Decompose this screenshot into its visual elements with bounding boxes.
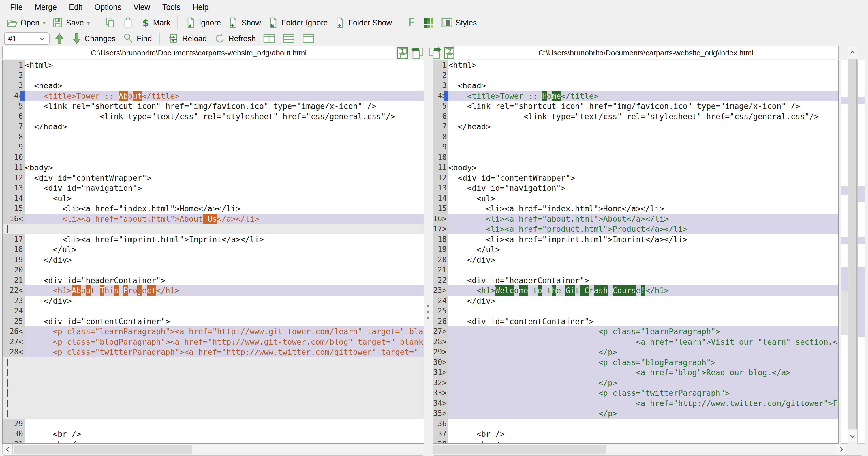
- code-line[interactable]: 8: [433, 132, 838, 142]
- code-line[interactable]: 23 </div>: [3, 296, 424, 306]
- left-code-pane[interactable]: 1<html>23 <head>4< <title>Tower :: About…: [2, 60, 424, 444]
- code-line[interactable]: 17 <li><a href="imprint.html">Imprint</a…: [3, 234, 424, 245]
- code-line[interactable]: 23> <h1>Welcome to the Git Crash Course!…: [433, 285, 838, 296]
- code-line[interactable]: 21 <div id="headerContainer">: [3, 275, 424, 286]
- layout-horizontal-split-button[interactable]: [280, 32, 297, 46]
- code-line[interactable]: 25: [433, 306, 838, 316]
- code-line[interactable]: 9: [433, 142, 838, 152]
- code-line[interactable]: 1<html>: [433, 60, 838, 70]
- code-line[interactable]: 18 <li><a href="imprint.html">Imprint</a…: [433, 234, 838, 245]
- pane-splitter[interactable]: [424, 60, 433, 444]
- code-line[interactable]: 30 <br />: [3, 429, 424, 439]
- font-button[interactable]: F: [404, 16, 418, 30]
- ghost-line[interactable]: [3, 357, 424, 368]
- previous-change-button[interactable]: [52, 31, 67, 46]
- code-line[interactable]: 5 <link rel="shortcut icon" href="img/fa…: [433, 101, 838, 111]
- code-line[interactable]: 25 <div id="contentContainer">: [3, 316, 424, 327]
- code-line[interactable]: 24 </div>: [433, 296, 838, 306]
- ghost-line[interactable]: [3, 378, 424, 388]
- folder-ignore-button[interactable]: Folder Ignore: [265, 16, 330, 30]
- code-line[interactable]: 31 <br />: [3, 439, 424, 444]
- copy-right-to-left-button[interactable]: [410, 46, 425, 60]
- menu-item-view[interactable]: View: [127, 1, 156, 13]
- code-line[interactable]: 38 <br />: [433, 439, 838, 444]
- code-line[interactable]: 5 <link rel="shortcut icon" href="img/fa…: [3, 101, 424, 111]
- code-line[interactable]: 9: [3, 142, 424, 152]
- code-line[interactable]: 31> <a href="blog">Read our blog.</a>: [433, 367, 838, 378]
- code-line[interactable]: 12 <div id="contentWrapper">: [433, 173, 838, 183]
- code-line[interactable]: 28< <p class="twitterParagraph"><a href=…: [3, 347, 424, 357]
- open-button[interactable]: Open ▾: [4, 16, 48, 30]
- code-line[interactable]: 4< <title>Tower :: About</title>: [3, 91, 424, 101]
- right-horizontal-scrollbar-thumb[interactable]: [433, 445, 606, 454]
- layout-single-pane-button[interactable]: [300, 32, 317, 46]
- menu-item-edit[interactable]: Edit: [63, 1, 89, 13]
- code-line[interactable]: 12 <div id="contentWrapper">: [3, 173, 424, 183]
- code-line[interactable]: 33> <p class="twitterParagraph">: [433, 388, 838, 398]
- show-button[interactable]: Show: [225, 16, 263, 30]
- code-line[interactable]: 35> </p>: [433, 408, 838, 419]
- code-line[interactable]: 26< <p class="learnParagraph"><a href="h…: [3, 326, 424, 337]
- scroll-left-button[interactable]: [2, 444, 13, 455]
- menu-item-tools[interactable]: Tools: [156, 1, 187, 13]
- menu-item-merge[interactable]: Merge: [29, 1, 63, 13]
- code-line[interactable]: 20: [3, 265, 424, 275]
- colors-button[interactable]: [420, 16, 437, 30]
- paste-button[interactable]: [120, 16, 136, 30]
- location-diff-mark[interactable]: [858, 267, 865, 337]
- code-line[interactable]: 16> <li><a href="about.html">About</a></…: [433, 214, 838, 224]
- code-line[interactable]: 16< <li><a href="about.html">About Us</a…: [3, 214, 424, 224]
- code-line[interactable]: 19 </div>: [3, 255, 424, 265]
- location-diff-mark[interactable]: [858, 97, 865, 105]
- location-diff-mark[interactable]: [841, 187, 847, 195]
- code-line[interactable]: 24: [3, 306, 424, 316]
- ghost-line[interactable]: [3, 408, 424, 419]
- code-line[interactable]: 13 <div id="navigation">: [3, 183, 424, 193]
- save-dropdown-caret[interactable]: ▾: [87, 19, 90, 26]
- code-line[interactable]: 29: [3, 419, 424, 429]
- code-line[interactable]: 10: [433, 152, 838, 163]
- code-line[interactable]: 15 <li><a href="index.html">Home</a></li…: [3, 203, 424, 214]
- location-map-right[interactable]: [857, 60, 865, 444]
- code-line[interactable]: 11<body>: [3, 163, 424, 173]
- vertical-scrollbar[interactable]: [848, 46, 857, 454]
- layout-vertical-split-button[interactable]: [260, 32, 278, 46]
- code-line[interactable]: 7 </head>: [3, 121, 424, 132]
- code-line[interactable]: 29> </p>: [433, 347, 838, 357]
- diff-selector-combobox[interactable]: #1: [4, 32, 50, 45]
- code-line[interactable]: 4> <title>Tower :: Home</title>: [433, 91, 838, 101]
- code-line[interactable]: 28> <a href="learn">Visit our "learn" se…: [433, 337, 838, 347]
- code-line[interactable]: 22< <h1>About This Project</h1>: [3, 285, 424, 296]
- left-horizontal-scrollbar-thumb[interactable]: [14, 445, 192, 454]
- location-diff-mark[interactable]: [841, 291, 847, 335]
- code-line[interactable]: 14 <ul>: [3, 193, 424, 204]
- menu-item-help[interactable]: Help: [187, 1, 215, 13]
- ignore-button[interactable]: Ignore: [183, 16, 223, 30]
- scroll-up-button[interactable]: [848, 46, 857, 58]
- code-line[interactable]: 17> <li><a href="product.html">Product</…: [433, 224, 838, 234]
- scroll-down-button[interactable]: [848, 430, 857, 442]
- code-line[interactable]: 30> <p class="blogParagraph">: [433, 357, 838, 368]
- ghost-line[interactable]: [3, 224, 424, 234]
- code-line[interactable]: 2: [433, 70, 838, 81]
- copy-left-to-right-button[interactable]: [427, 46, 442, 60]
- code-line[interactable]: 8: [3, 132, 424, 142]
- save-button[interactable]: Save ▾: [50, 16, 92, 30]
- ghost-line[interactable]: [3, 388, 424, 398]
- find-button[interactable]: Find: [120, 31, 154, 46]
- left-horizontal-scrollbar[interactable]: [2, 444, 424, 455]
- code-line[interactable]: 15 <li><a href="index.html">Home</a></li…: [433, 203, 838, 214]
- code-line[interactable]: 22 <div id="headerContainer">: [433, 275, 838, 286]
- copy-button[interactable]: [102, 16, 118, 30]
- menu-item-options[interactable]: Options: [89, 1, 127, 13]
- code-line[interactable]: 27> <p class="learnParagraph">: [433, 326, 838, 337]
- code-line[interactable]: 37 <br />: [433, 429, 838, 439]
- reload-button[interactable]: Reload: [165, 31, 209, 46]
- code-line[interactable]: 3 <head>: [3, 81, 424, 91]
- code-line[interactable]: 20 </div>: [433, 255, 838, 265]
- code-line[interactable]: 6 <link type="text/css" rel="stylesheet"…: [433, 111, 838, 122]
- open-dropdown-caret[interactable]: ▾: [43, 19, 45, 26]
- location-diff-mark[interactable]: [858, 187, 865, 202]
- code-line[interactable]: 13 <div id="navigation">: [433, 183, 838, 193]
- code-line[interactable]: 14 <ul>: [433, 193, 838, 204]
